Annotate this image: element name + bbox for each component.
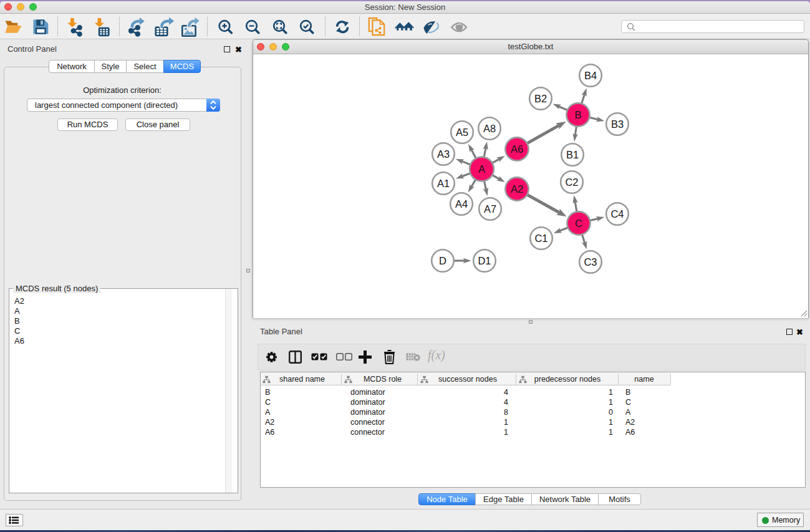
svg-text:A3: A3: [437, 148, 450, 160]
svg-text:B3: B3: [611, 118, 624, 130]
svg-text:A5: A5: [456, 127, 468, 138]
svg-text:A1: A1: [437, 178, 450, 189]
svg-text:B2: B2: [534, 93, 547, 104]
svg-text:D1: D1: [478, 255, 491, 266]
svg-text:A: A: [478, 163, 485, 175]
svg-text:B: B: [574, 109, 581, 120]
svg-text:B4: B4: [584, 70, 597, 81]
svg-text:A4: A4: [455, 198, 468, 210]
svg-text:B1: B1: [566, 149, 579, 160]
svg-text:A2: A2: [511, 183, 523, 195]
svg-text:C4: C4: [610, 208, 624, 220]
svg-text:A6: A6: [511, 143, 523, 155]
svg-text:C1: C1: [534, 233, 547, 244]
svg-text:C: C: [575, 218, 582, 229]
svg-text:D: D: [439, 255, 446, 266]
svg-text:A7: A7: [484, 203, 496, 215]
svg-text:C3: C3: [584, 256, 597, 268]
svg-text:C2: C2: [565, 177, 578, 188]
svg-text:A8: A8: [483, 123, 496, 134]
